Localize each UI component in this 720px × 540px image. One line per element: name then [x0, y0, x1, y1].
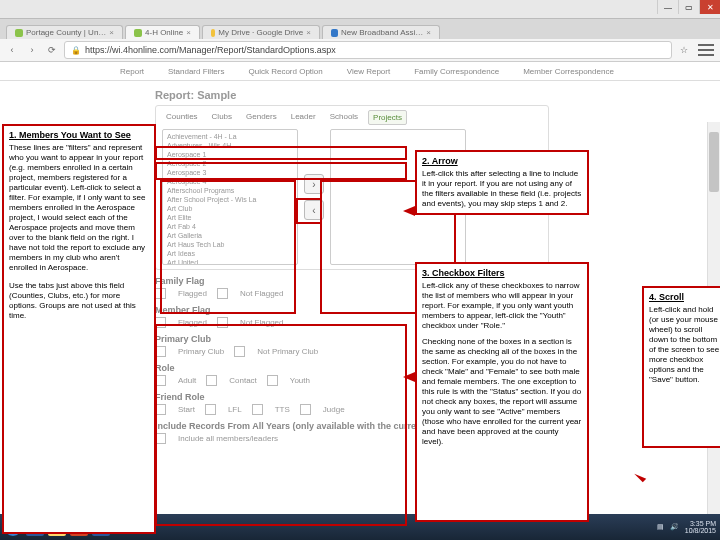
list-item[interactable]: Art Ideas	[165, 249, 295, 258]
bookmark-button[interactable]: ☆	[676, 42, 692, 58]
annotation-arrow-icon	[403, 206, 415, 216]
checkbox[interactable]	[217, 317, 228, 328]
browser-tab[interactable]: 4-H Online×	[125, 25, 200, 39]
list-item[interactable]: Aerospace 1	[165, 150, 295, 159]
reload-button[interactable]: ⟳	[44, 42, 60, 58]
list-item[interactable]: Art Haus Tech Lab	[165, 240, 295, 249]
browser-tab[interactable]: Portage County | Un…×	[6, 25, 123, 39]
window-max-button[interactable]: ▭	[678, 0, 699, 14]
url-text: https://wi.4honline.com/Manager/Report/S…	[85, 45, 336, 55]
report-title: Report: Sample	[155, 89, 714, 101]
window-close-button[interactable]: ✕	[699, 0, 720, 14]
annotation-arrow-icon	[631, 467, 647, 483]
callout-body: Checking none of the boxes in a section …	[422, 337, 582, 447]
tab-label: Portage County | Un…	[26, 28, 106, 37]
window-titlebar: — ▭ ✕	[0, 0, 720, 19]
tab-favicon-icon	[331, 29, 338, 37]
menu-item[interactable]: Report	[120, 67, 144, 76]
callout-1: 1. Members You Want to See These lines a…	[2, 124, 156, 534]
checkbox[interactable]	[155, 346, 166, 357]
option-label: Flagged	[178, 289, 207, 298]
browser-toolbar: ‹ › ⟳ 🔒https://wi.4honline.com/Manager/R…	[0, 39, 720, 62]
scrollbar-thumb[interactable]	[709, 132, 719, 192]
tab-favicon-icon	[15, 29, 23, 37]
list-item[interactable]: Achievement - 4H - La	[165, 132, 295, 141]
callout-body: Left-click and hold (or use your mouse w…	[649, 305, 720, 385]
list-item[interactable]: After School Project - Wis La	[165, 195, 295, 204]
checkbox[interactable]	[300, 404, 311, 415]
move-left-button[interactable]: ‹	[304, 200, 324, 220]
option-label: Primary Club	[178, 347, 224, 356]
menu-item[interactable]: Quick Record Option	[248, 67, 322, 76]
list-item[interactable]: Art Elite	[165, 213, 295, 222]
list-item[interactable]: Art Club	[165, 204, 295, 213]
move-right-button[interactable]: ›	[304, 174, 324, 194]
callout-body: Use the tabs just above this field (Coun…	[9, 281, 149, 321]
browser-tab[interactable]: My Drive · Google Drive×	[202, 25, 320, 39]
list-item[interactable]: Art Galleria	[165, 231, 295, 240]
list-item[interactable]: Adventures - Wis 4H	[165, 141, 295, 150]
list-item[interactable]: Art United	[165, 258, 295, 265]
checkbox[interactable]	[217, 288, 228, 299]
callout-3: 3. Checkbox Filters Left-click any of th…	[415, 262, 589, 522]
tray-time: 3:35 PM	[685, 520, 716, 527]
option-label: Judge	[323, 405, 345, 414]
available-listbox[interactable]: Achievement - 4H - La Adventures - Wis 4…	[162, 129, 298, 265]
option-label: Not Flagged	[240, 318, 284, 327]
tab-close-icon[interactable]: ×	[426, 28, 431, 37]
back-button[interactable]: ‹	[4, 42, 20, 58]
option-label: Flagged	[178, 318, 207, 327]
browser-tab-strip: Portage County | Un…× 4-H Online× My Dri…	[0, 19, 720, 39]
tab-favicon-icon	[134, 29, 142, 37]
callout-title: 1. Members You Want to See	[9, 130, 149, 141]
list-item[interactable]: Aerospace 3	[165, 168, 295, 177]
panel-tabs: Counties Clubs Genders Leader Schools Pr…	[162, 110, 542, 125]
tab-label: My Drive · Google Drive	[218, 28, 303, 37]
app-menu: Report Standard Filters Quick Record Opt…	[0, 62, 720, 81]
tab-close-icon[interactable]: ×	[186, 28, 191, 37]
checkbox[interactable]	[155, 433, 166, 444]
option-label: LFL	[228, 405, 242, 414]
menu-item[interactable]: Family Correspondence	[414, 67, 499, 76]
menu-item[interactable]: Standard Filters	[168, 67, 224, 76]
window-min-button[interactable]: —	[657, 0, 678, 14]
panel-tab[interactable]: Schools	[326, 110, 362, 125]
panel-tab[interactable]: Leader	[287, 110, 320, 125]
option-label: Not Flagged	[240, 289, 284, 298]
tray-sound-icon[interactable]: 🔊	[670, 523, 679, 531]
tray-net-icon[interactable]: ▤	[657, 523, 664, 531]
option-label: TTS	[275, 405, 290, 414]
list-item[interactable]: Afterschool Programs	[165, 186, 295, 195]
browser-tab[interactable]: New Broadband Assi…×	[322, 25, 440, 39]
list-item[interactable]: Aerospace 4	[165, 177, 295, 186]
checkbox[interactable]	[155, 404, 166, 415]
list-item[interactable]: Art Fab 4	[165, 222, 295, 231]
menu-item[interactable]: View Report	[347, 67, 390, 76]
checkbox[interactable]	[267, 375, 278, 386]
checkbox[interactable]	[205, 404, 216, 415]
checkbox[interactable]	[252, 404, 263, 415]
callout-title: 2. Arrow	[422, 156, 582, 167]
system-tray[interactable]: ▤ 🔊 3:35 PM 10/8/2015	[657, 520, 716, 534]
tab-close-icon[interactable]: ×	[109, 28, 114, 37]
panel-tab[interactable]: Clubs	[208, 110, 236, 125]
callout-4: 4. Scroll Left-click and hold (or use yo…	[642, 286, 720, 448]
browser-menu-button[interactable]	[696, 42, 716, 58]
tray-clock[interactable]: 3:35 PM 10/8/2015	[685, 520, 716, 534]
option-label: Contact	[229, 376, 257, 385]
panel-tab[interactable]: Projects	[368, 110, 407, 125]
panel-tab[interactable]: Counties	[162, 110, 202, 125]
panel-tab[interactable]: Genders	[242, 110, 281, 125]
checkbox[interactable]	[206, 375, 217, 386]
tab-close-icon[interactable]: ×	[306, 28, 311, 37]
checkbox[interactable]	[155, 375, 166, 386]
list-item[interactable]: Aerospace 2	[165, 159, 295, 168]
checkbox[interactable]	[155, 317, 166, 328]
menu-item[interactable]: Member Correspondence	[523, 67, 614, 76]
checkbox[interactable]	[155, 288, 166, 299]
address-bar[interactable]: 🔒https://wi.4honline.com/Manager/Report/…	[64, 41, 672, 59]
checkbox[interactable]	[234, 346, 245, 357]
callout-body: Left-click this after selecting a line t…	[422, 169, 582, 209]
forward-button[interactable]: ›	[24, 42, 40, 58]
callout-title: 4. Scroll	[649, 292, 720, 303]
